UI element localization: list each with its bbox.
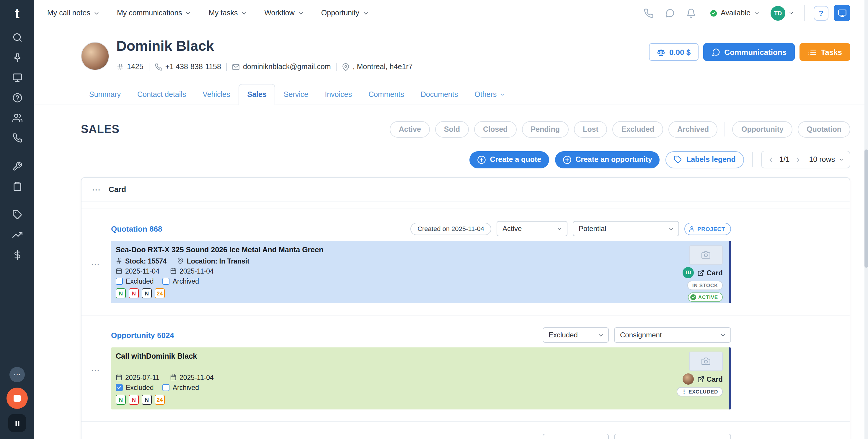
sales-dollar-icon[interactable] xyxy=(6,244,28,265)
menu-opportunity[interactable]: Opportunity xyxy=(321,9,369,17)
label-chip[interactable]: N xyxy=(142,395,152,405)
phone-icon[interactable] xyxy=(644,8,654,18)
project-badge[interactable]: PROJECT xyxy=(684,223,731,235)
tag-icon[interactable] xyxy=(6,204,28,225)
plus-circle-icon xyxy=(562,155,571,164)
tasks-button[interactable]: Tasks xyxy=(800,43,850,61)
stock-status-badge: IN STOCK xyxy=(688,281,723,290)
menu-workflow[interactable]: Workflow xyxy=(264,9,304,17)
location-pin-icon xyxy=(178,258,184,264)
label-chip[interactable]: N xyxy=(116,288,126,298)
filter-closed[interactable]: Closed xyxy=(474,121,516,138)
row-options-button[interactable]: ⋯ xyxy=(91,259,100,269)
tab-documents[interactable]: Documents xyxy=(412,85,466,105)
tab-service[interactable]: Service xyxy=(275,85,316,105)
contacts-icon[interactable] xyxy=(6,108,28,128)
user-avatar-dropdown[interactable]: TD xyxy=(771,6,794,20)
scrollbar-thumb[interactable] xyxy=(864,149,868,268)
row-title-link[interactable]: Opportunity 328 xyxy=(111,437,170,439)
menu-label: My call notes xyxy=(47,9,90,17)
stage-select[interactable]: Potential xyxy=(573,221,679,236)
app-logo: t xyxy=(15,0,20,27)
customer-email[interactable]: dominiknblack@gmail.com xyxy=(232,63,331,71)
label-chip[interactable]: N xyxy=(116,395,126,405)
archived-checkbox[interactable] xyxy=(163,277,170,285)
vertical-scrollbar[interactable] xyxy=(864,0,868,439)
panel-right-column: TD Card IN STOCK ACTIVE xyxy=(682,245,723,302)
open-card-link[interactable]: Card xyxy=(682,373,723,385)
filter-opportunity[interactable]: Opportunity xyxy=(733,121,793,138)
phone-icon[interactable] xyxy=(6,128,28,148)
search-icon[interactable] xyxy=(6,27,28,47)
filter-active[interactable]: Active xyxy=(390,121,430,138)
label-chip[interactable]: 24 xyxy=(155,288,165,298)
status-select[interactable]: Excluded xyxy=(542,434,609,439)
tab-summary[interactable]: Summary xyxy=(81,85,129,105)
menu-label: My tasks xyxy=(209,9,238,17)
filter-excluded[interactable]: Excluded xyxy=(613,121,663,138)
chat-icon[interactable] xyxy=(665,8,675,18)
tab-sales[interactable]: Sales xyxy=(238,84,275,105)
pin-icon[interactable] xyxy=(6,47,28,67)
prev-page-button[interactable] xyxy=(767,156,775,164)
balance-button[interactable]: 0.00 $ xyxy=(649,43,698,61)
availability-dropdown[interactable]: Available xyxy=(711,9,760,17)
status-select[interactable]: Active xyxy=(497,221,567,236)
tab-others[interactable]: Others xyxy=(466,85,514,105)
pause-button[interactable] xyxy=(8,414,26,432)
menu-my-tasks[interactable]: My tasks xyxy=(209,9,247,17)
archived-checkbox[interactable] xyxy=(163,384,170,391)
stage-select[interactable]: Non-sales xyxy=(614,434,731,439)
customer-phone[interactable]: +1 438-838-1158 xyxy=(155,63,221,71)
screen-share-button[interactable] xyxy=(834,5,850,21)
row-options-button[interactable]: ⋯ xyxy=(91,365,100,376)
flags-line: Excluded Archived xyxy=(116,382,672,392)
card-options-button[interactable]: ⋯ xyxy=(90,183,103,196)
tab-vehicles[interactable]: Vehicles xyxy=(194,85,238,105)
labels-legend-button[interactable]: Labels legend xyxy=(666,151,744,168)
status-select[interactable]: Excluded xyxy=(542,327,609,343)
label-chip[interactable]: 24 xyxy=(155,395,165,405)
help-button[interactable]: ? xyxy=(814,6,829,20)
filter-sold[interactable]: Sold xyxy=(435,121,469,138)
filter-pending[interactable]: Pending xyxy=(522,121,569,138)
create-quote-button[interactable]: Create a quote xyxy=(469,151,549,168)
open-card-link[interactable]: TD Card xyxy=(682,267,723,278)
menu-my-call-notes[interactable]: My call notes xyxy=(47,9,100,17)
filter-lost[interactable]: Lost xyxy=(574,121,607,138)
sales-row-opportunity-328: Opportunity 328 Excluded Non-sales xyxy=(82,421,850,439)
menu-my-communications[interactable]: My communications xyxy=(117,9,192,17)
create-opportunity-button[interactable]: Create an opportunity xyxy=(555,151,660,168)
stage-select[interactable]: Consignment xyxy=(614,327,731,343)
check-circle-icon xyxy=(690,294,696,300)
tab-contact-details[interactable]: Contact details xyxy=(129,85,194,105)
label-chip[interactable]: N xyxy=(129,395,139,405)
more-options-button[interactable]: ⋯ xyxy=(9,367,25,382)
bell-icon[interactable] xyxy=(686,8,696,18)
reports-icon[interactable] xyxy=(6,225,28,244)
excluded-checkbox[interactable] xyxy=(116,277,123,285)
chevron-down-icon xyxy=(668,226,674,232)
label-chip[interactable]: N xyxy=(142,288,152,298)
record-stop-button[interactable] xyxy=(6,388,28,409)
row-title-link[interactable]: Quotation 868 xyxy=(111,224,162,233)
row-title-link[interactable]: Opportunity 5024 xyxy=(111,330,174,340)
clipboard-icon[interactable] xyxy=(6,176,28,196)
excluded-checkbox[interactable] xyxy=(116,384,123,391)
next-page-button[interactable] xyxy=(794,156,802,164)
filter-archived[interactable]: Archived xyxy=(669,121,718,138)
monitor-icon[interactable] xyxy=(6,67,28,87)
rows-per-page-dropdown[interactable]: 10 rows xyxy=(809,155,844,164)
sidebar: t ⋯ xyxy=(0,0,34,439)
vehicle-panel[interactable]: Sea-Doo RXT-X 325 Sound 2026 Ice Metal A… xyxy=(111,241,731,303)
label-chip[interactable]: N xyxy=(129,288,139,298)
tab-invoices[interactable]: Invoices xyxy=(316,85,360,105)
chevron-down-icon xyxy=(185,10,192,16)
communications-button[interactable]: Communications xyxy=(703,43,795,61)
filter-quotation[interactable]: Quotation xyxy=(798,121,850,138)
card-subheader xyxy=(82,202,850,209)
tools-icon[interactable] xyxy=(6,156,28,176)
opportunity-panel[interactable]: Call withDominik Black 2025-07-11 2025-1… xyxy=(111,347,731,409)
tab-comments[interactable]: Comments xyxy=(360,85,412,105)
help-circle-icon[interactable] xyxy=(6,87,28,108)
